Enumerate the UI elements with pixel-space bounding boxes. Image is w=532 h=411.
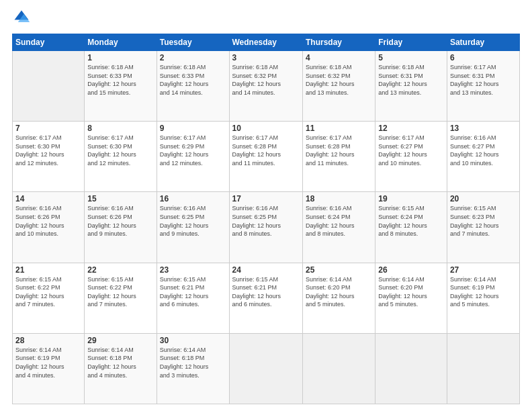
- day-cell: 26Sunrise: 6:14 AM Sunset: 6:20 PM Dayli…: [375, 263, 447, 333]
- calendar-table: SundayMondayTuesdayWednesdayThursdayFrid…: [12, 34, 520, 404]
- day-cell: 20Sunrise: 6:15 AM Sunset: 6:23 PM Dayli…: [447, 192, 519, 263]
- day-info: Sunrise: 6:16 AM Sunset: 6:25 PM Dayligh…: [232, 204, 300, 238]
- day-info: Sunrise: 6:16 AM Sunset: 6:25 PM Dayligh…: [160, 204, 226, 238]
- day-info: Sunrise: 6:17 AM Sunset: 6:30 PM Dayligh…: [87, 134, 153, 167]
- weekday-header-row: SundayMondayTuesdayWednesdayThursdayFrid…: [13, 34, 520, 51]
- day-info: Sunrise: 6:15 AM Sunset: 6:21 PM Dayligh…: [232, 275, 300, 309]
- day-number: 22: [87, 265, 153, 275]
- week-row-4: 21Sunrise: 6:15 AM Sunset: 6:22 PM Dayli…: [13, 263, 520, 333]
- day-info: Sunrise: 6:17 AM Sunset: 6:30 PM Dayligh…: [15, 134, 81, 167]
- day-info: Sunrise: 6:15 AM Sunset: 6:21 PM Dayligh…: [160, 275, 226, 309]
- day-cell: 1Sunrise: 6:18 AM Sunset: 6:33 PM Daylig…: [85, 51, 157, 122]
- day-cell: 3Sunrise: 6:18 AM Sunset: 6:32 PM Daylig…: [229, 51, 302, 122]
- week-row-3: 14Sunrise: 6:16 AM Sunset: 6:26 PM Dayli…: [13, 192, 520, 263]
- day-info: Sunrise: 6:14 AM Sunset: 6:19 PM Dayligh…: [450, 275, 517, 309]
- day-info: Sunrise: 6:16 AM Sunset: 6:26 PM Dayligh…: [15, 204, 81, 238]
- day-number: 9: [160, 124, 226, 133]
- day-number: 29: [87, 336, 153, 345]
- day-info: Sunrise: 6:16 AM Sunset: 6:24 PM Dayligh…: [306, 204, 372, 238]
- day-number: 2: [160, 53, 226, 62]
- day-cell: [229, 333, 302, 404]
- day-number: 6: [450, 53, 517, 62]
- day-cell: 6Sunrise: 6:17 AM Sunset: 6:31 PM Daylig…: [447, 51, 519, 122]
- day-info: Sunrise: 6:17 AM Sunset: 6:27 PM Dayligh…: [378, 134, 444, 167]
- day-number: 11: [306, 124, 372, 133]
- day-cell: 4Sunrise: 6:18 AM Sunset: 6:32 PM Daylig…: [302, 51, 375, 122]
- day-cell: 19Sunrise: 6:15 AM Sunset: 6:24 PM Dayli…: [375, 192, 447, 263]
- day-number: 12: [378, 124, 444, 133]
- day-info: Sunrise: 6:15 AM Sunset: 6:22 PM Dayligh…: [15, 275, 81, 309]
- day-info: Sunrise: 6:16 AM Sunset: 6:27 PM Dayligh…: [450, 134, 517, 167]
- day-info: Sunrise: 6:15 AM Sunset: 6:22 PM Dayligh…: [87, 275, 153, 309]
- day-cell: 21Sunrise: 6:15 AM Sunset: 6:22 PM Dayli…: [13, 263, 85, 333]
- day-number: 16: [160, 194, 226, 203]
- day-number: 25: [306, 265, 372, 275]
- day-number: 13: [450, 124, 517, 133]
- day-number: 17: [232, 194, 300, 203]
- weekday-monday: Monday: [85, 34, 157, 51]
- day-cell: [13, 51, 85, 122]
- day-info: Sunrise: 6:14 AM Sunset: 6:18 PM Dayligh…: [87, 346, 153, 379]
- day-info: Sunrise: 6:18 AM Sunset: 6:32 PM Dayligh…: [232, 63, 300, 97]
- day-number: 3: [232, 53, 300, 62]
- day-number: 21: [15, 265, 81, 275]
- day-number: 27: [450, 265, 517, 275]
- day-cell: 16Sunrise: 6:16 AM Sunset: 6:25 PM Dayli…: [157, 192, 229, 263]
- weekday-wednesday: Wednesday: [229, 34, 302, 51]
- day-number: 15: [87, 194, 153, 203]
- week-row-5: 28Sunrise: 6:14 AM Sunset: 6:19 PM Dayli…: [13, 333, 520, 404]
- day-cell: 22Sunrise: 6:15 AM Sunset: 6:22 PM Dayli…: [85, 263, 157, 333]
- day-info: Sunrise: 6:15 AM Sunset: 6:24 PM Dayligh…: [378, 204, 444, 238]
- day-cell: 14Sunrise: 6:16 AM Sunset: 6:26 PM Dayli…: [13, 192, 85, 263]
- day-cell: 8Sunrise: 6:17 AM Sunset: 6:30 PM Daylig…: [85, 122, 157, 192]
- day-cell: 5Sunrise: 6:18 AM Sunset: 6:31 PM Daylig…: [375, 51, 447, 122]
- day-number: 28: [15, 336, 81, 345]
- page: SundayMondayTuesdayWednesdayThursdayFrid…: [0, 0, 532, 411]
- day-cell: 23Sunrise: 6:15 AM Sunset: 6:21 PM Dayli…: [157, 263, 229, 333]
- day-cell: 30Sunrise: 6:14 AM Sunset: 6:18 PM Dayli…: [157, 333, 229, 404]
- week-row-1: 1Sunrise: 6:18 AM Sunset: 6:33 PM Daylig…: [13, 51, 520, 122]
- day-cell: 28Sunrise: 6:14 AM Sunset: 6:19 PM Dayli…: [13, 333, 85, 404]
- week-row-2: 7Sunrise: 6:17 AM Sunset: 6:30 PM Daylig…: [13, 122, 520, 192]
- day-cell: 9Sunrise: 6:17 AM Sunset: 6:29 PM Daylig…: [157, 122, 229, 192]
- day-info: Sunrise: 6:14 AM Sunset: 6:20 PM Dayligh…: [306, 275, 372, 309]
- day-info: Sunrise: 6:15 AM Sunset: 6:23 PM Dayligh…: [450, 204, 517, 238]
- day-info: Sunrise: 6:17 AM Sunset: 6:29 PM Dayligh…: [160, 134, 226, 167]
- day-info: Sunrise: 6:18 AM Sunset: 6:31 PM Dayligh…: [378, 63, 444, 97]
- day-cell: [302, 333, 375, 404]
- day-number: 1: [87, 53, 153, 62]
- day-number: 7: [15, 124, 81, 133]
- day-info: Sunrise: 6:18 AM Sunset: 6:32 PM Dayligh…: [306, 63, 372, 97]
- logo: [12, 11, 34, 27]
- day-number: 26: [378, 265, 444, 275]
- day-number: 18: [306, 194, 372, 203]
- day-cell: 18Sunrise: 6:16 AM Sunset: 6:24 PM Dayli…: [302, 192, 375, 263]
- day-cell: 10Sunrise: 6:17 AM Sunset: 6:28 PM Dayli…: [229, 122, 302, 192]
- day-info: Sunrise: 6:14 AM Sunset: 6:20 PM Dayligh…: [378, 275, 444, 309]
- weekday-saturday: Saturday: [447, 34, 519, 51]
- day-number: 24: [232, 265, 300, 275]
- day-number: 19: [378, 194, 444, 203]
- day-cell: 15Sunrise: 6:16 AM Sunset: 6:26 PM Dayli…: [85, 192, 157, 263]
- day-info: Sunrise: 6:14 AM Sunset: 6:19 PM Dayligh…: [15, 346, 81, 379]
- day-number: 30: [160, 336, 226, 345]
- day-number: 10: [232, 124, 300, 133]
- logo-icon: [12, 8, 31, 27]
- header: [12, 11, 520, 27]
- weekday-sunday: Sunday: [13, 34, 85, 51]
- day-number: 4: [306, 53, 372, 62]
- day-number: 5: [378, 53, 444, 62]
- day-cell: 17Sunrise: 6:16 AM Sunset: 6:25 PM Dayli…: [229, 192, 302, 263]
- day-cell: 29Sunrise: 6:14 AM Sunset: 6:18 PM Dayli…: [85, 333, 157, 404]
- weekday-tuesday: Tuesday: [157, 34, 229, 51]
- day-number: 23: [160, 265, 226, 275]
- day-number: 14: [15, 194, 81, 203]
- day-info: Sunrise: 6:18 AM Sunset: 6:33 PM Dayligh…: [160, 63, 226, 97]
- day-info: Sunrise: 6:17 AM Sunset: 6:31 PM Dayligh…: [450, 63, 517, 97]
- day-cell: 25Sunrise: 6:14 AM Sunset: 6:20 PM Dayli…: [302, 263, 375, 333]
- weekday-friday: Friday: [375, 34, 447, 51]
- day-cell: [375, 333, 447, 404]
- day-cell: 11Sunrise: 6:17 AM Sunset: 6:28 PM Dayli…: [302, 122, 375, 192]
- day-number: 20: [450, 194, 517, 203]
- day-info: Sunrise: 6:17 AM Sunset: 6:28 PM Dayligh…: [232, 134, 300, 167]
